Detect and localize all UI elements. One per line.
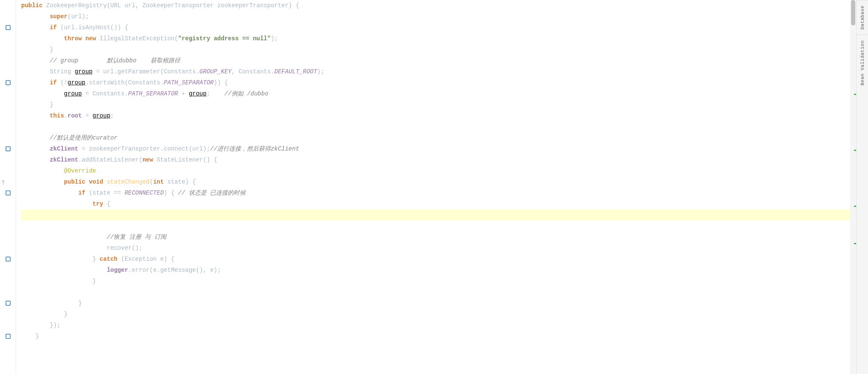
token: } [21,254,100,265]
gutter-line-6 [0,55,16,66]
token: } [21,276,96,287]
editor-container: public ZookeeperRegistry(URL url, Zookee… [0,0,868,374]
gutter-line-11 [0,110,16,121]
token: ; [110,110,114,121]
code-line-22: //恢复 注册 与 订阅 [21,232,850,243]
gutter-line-12 [0,121,16,132]
token [82,33,85,44]
gutter-line-14 [0,143,16,154]
token: . [128,265,132,276]
token: if [78,187,85,198]
token: ()) { [110,22,128,33]
token: //进行连接，然后获得zkClient [210,143,299,154]
token: (); [132,243,142,254]
code-line-7: String group = url.getParameter(Constant… [21,66,850,77]
token: + [178,88,189,99]
gutter-line-5 [0,44,16,55]
gutter-line-13 [0,132,16,143]
token: ) { [164,187,178,198]
code-line-9: group = Constants.PATH_SEPARATOR + group… [21,88,850,99]
token [21,88,64,99]
token: ); [317,66,324,77]
token [21,11,50,22]
token: recover [107,243,132,254]
token: } [21,298,82,309]
token: (url); [189,143,210,154]
code-line-23: recover(); [21,243,850,254]
code-line-5: } [21,44,850,55]
token [21,33,64,44]
gutter-line-31 [0,331,16,342]
token: getMessage [160,265,196,276]
token: logger [107,265,128,276]
minimap-markers [854,0,856,374]
token: if [50,22,57,33]
token: public [21,0,42,11]
token: PATH_SEPARATOR [128,88,178,99]
gutter-line-4 [0,33,16,44]
code-line-27 [21,287,850,298]
token: getParameter [118,66,160,77]
code-area: public ZookeeperRegistry(URL url, Zookee… [16,0,850,374]
scrollbar[interactable] [850,0,856,374]
token: ( [139,154,142,165]
token [21,265,107,276]
token: stateChanged [107,176,150,187]
token: group [189,88,207,99]
token: group [92,110,110,121]
token: (url. [57,22,78,33]
code-line-17: public void stateChanged(int state) { [21,176,850,187]
token: new [85,33,96,44]
token: startsWith [89,77,125,88]
token: (), e); [196,265,221,276]
code-line-20 [21,209,850,220]
token: throw [64,33,82,44]
token: root [67,110,82,121]
code-line-1: public ZookeeperRegistry(URL url, Zookee… [21,0,850,11]
sidebar-tab-database[interactable]: Database [857,0,868,35]
token: (Constants. [160,66,199,77]
code-line-31: } [21,331,850,342]
token: } [21,44,53,55]
code-line-16: @Override [21,165,850,176]
token [21,176,64,187]
gutter-line-28 [0,298,16,309]
token: state) { [164,176,196,187]
token: new [143,154,153,165]
token [103,176,106,187]
gutter-line-1 [0,0,16,11]
token [85,176,89,187]
gutter-line-29 [0,309,16,320]
code-line-2: super(url); [21,11,850,22]
code-line-14: zkClient = zookeeperTransporter.connect(… [21,143,850,154]
code-line-26: } [21,276,850,287]
execution-arrow-icon: ↑ [1,178,6,187]
token: RECONNECTED [125,187,164,198]
sidebar-tab-bean-validation[interactable]: Bean Validation [857,35,868,91]
token [21,198,92,209]
token: ); [271,33,278,44]
token: = Constants. [82,88,128,99]
code-line-19: try { [21,198,850,209]
code-line-28: } [21,298,850,309]
token: zkClient [21,154,78,165]
code-line-30: }); [21,320,850,331]
gutter-line-2 [0,11,16,22]
gutter-line-15 [0,154,16,165]
token: // 状态是 已连接的时候 [178,187,246,198]
token: , Constants. [232,66,274,77]
token [21,243,107,254]
token: this [50,110,64,121]
gutter-line-26 [0,276,16,287]
token: super [50,11,67,22]
token: PATH_SEPARATOR [164,77,214,88]
gutter-line-30 [0,320,16,331]
token [21,22,50,33]
token: } [21,331,39,342]
gutter-line-22 [0,232,16,243]
token: (! [57,77,67,88]
token: int [153,176,164,187]
token [21,187,78,198]
token: addStateListener [82,154,139,165]
token: isAnyHost [78,22,110,33]
